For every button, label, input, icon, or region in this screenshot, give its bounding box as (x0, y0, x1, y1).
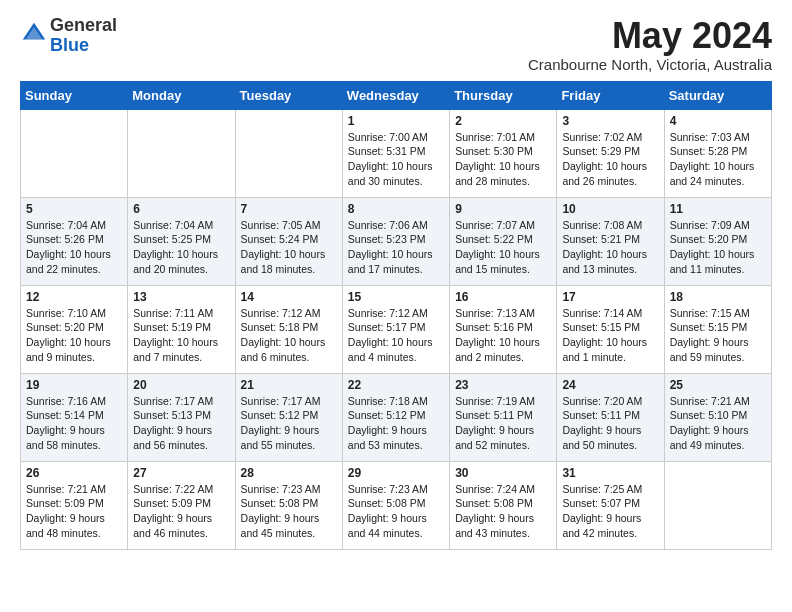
calendar-cell (235, 109, 342, 197)
day-info: Sunrise: 7:03 AMSunset: 5:28 PMDaylight:… (670, 130, 766, 189)
day-info: Sunrise: 7:18 AMSunset: 5:12 PMDaylight:… (348, 394, 444, 453)
calendar-cell: 18Sunrise: 7:15 AMSunset: 5:15 PMDayligh… (664, 285, 771, 373)
weekday-header-friday: Friday (557, 81, 664, 109)
day-info: Sunrise: 7:09 AMSunset: 5:20 PMDaylight:… (670, 218, 766, 277)
day-number: 22 (348, 378, 444, 392)
day-number: 28 (241, 466, 337, 480)
calendar-cell: 10Sunrise: 7:08 AMSunset: 5:21 PMDayligh… (557, 197, 664, 285)
day-info: Sunrise: 7:24 AMSunset: 5:08 PMDaylight:… (455, 482, 551, 541)
calendar-cell (128, 109, 235, 197)
calendar-cell: 30Sunrise: 7:24 AMSunset: 5:08 PMDayligh… (450, 461, 557, 549)
week-row-5: 26Sunrise: 7:21 AMSunset: 5:09 PMDayligh… (21, 461, 772, 549)
calendar-cell: 28Sunrise: 7:23 AMSunset: 5:08 PMDayligh… (235, 461, 342, 549)
day-info: Sunrise: 7:11 AMSunset: 5:19 PMDaylight:… (133, 306, 229, 365)
calendar-cell: 2Sunrise: 7:01 AMSunset: 5:30 PMDaylight… (450, 109, 557, 197)
day-info: Sunrise: 7:20 AMSunset: 5:11 PMDaylight:… (562, 394, 658, 453)
weekday-header-sunday: Sunday (21, 81, 128, 109)
calendar-cell: 24Sunrise: 7:20 AMSunset: 5:11 PMDayligh… (557, 373, 664, 461)
calendar-cell: 1Sunrise: 7:00 AMSunset: 5:31 PMDaylight… (342, 109, 449, 197)
day-info: Sunrise: 7:23 AMSunset: 5:08 PMDaylight:… (241, 482, 337, 541)
day-number: 26 (26, 466, 122, 480)
calendar-cell (21, 109, 128, 197)
day-number: 29 (348, 466, 444, 480)
day-number: 19 (26, 378, 122, 392)
calendar-cell: 14Sunrise: 7:12 AMSunset: 5:18 PMDayligh… (235, 285, 342, 373)
calendar-cell: 29Sunrise: 7:23 AMSunset: 5:08 PMDayligh… (342, 461, 449, 549)
day-number: 4 (670, 114, 766, 128)
calendar-cell: 22Sunrise: 7:18 AMSunset: 5:12 PMDayligh… (342, 373, 449, 461)
location-subtitle: Cranbourne North, Victoria, Australia (528, 56, 772, 73)
day-info: Sunrise: 7:04 AMSunset: 5:26 PMDaylight:… (26, 218, 122, 277)
calendar-cell: 21Sunrise: 7:17 AMSunset: 5:12 PMDayligh… (235, 373, 342, 461)
day-number: 2 (455, 114, 551, 128)
calendar-cell: 27Sunrise: 7:22 AMSunset: 5:09 PMDayligh… (128, 461, 235, 549)
day-number: 8 (348, 202, 444, 216)
day-number: 14 (241, 290, 337, 304)
day-info: Sunrise: 7:22 AMSunset: 5:09 PMDaylight:… (133, 482, 229, 541)
day-info: Sunrise: 7:10 AMSunset: 5:20 PMDaylight:… (26, 306, 122, 365)
day-number: 5 (26, 202, 122, 216)
day-number: 24 (562, 378, 658, 392)
calendar-cell: 23Sunrise: 7:19 AMSunset: 5:11 PMDayligh… (450, 373, 557, 461)
week-row-2: 5Sunrise: 7:04 AMSunset: 5:26 PMDaylight… (21, 197, 772, 285)
day-info: Sunrise: 7:01 AMSunset: 5:30 PMDaylight:… (455, 130, 551, 189)
day-number: 21 (241, 378, 337, 392)
day-number: 31 (562, 466, 658, 480)
weekday-header-saturday: Saturday (664, 81, 771, 109)
day-number: 23 (455, 378, 551, 392)
weekday-header-wednesday: Wednesday (342, 81, 449, 109)
calendar-cell: 11Sunrise: 7:09 AMSunset: 5:20 PMDayligh… (664, 197, 771, 285)
day-number: 10 (562, 202, 658, 216)
day-info: Sunrise: 7:12 AMSunset: 5:18 PMDaylight:… (241, 306, 337, 365)
day-info: Sunrise: 7:12 AMSunset: 5:17 PMDaylight:… (348, 306, 444, 365)
title-block: May 2024 Cranbourne North, Victoria, Aus… (528, 16, 772, 73)
day-number: 17 (562, 290, 658, 304)
day-number: 6 (133, 202, 229, 216)
day-info: Sunrise: 7:06 AMSunset: 5:23 PMDaylight:… (348, 218, 444, 277)
day-info: Sunrise: 7:07 AMSunset: 5:22 PMDaylight:… (455, 218, 551, 277)
calendar-cell: 12Sunrise: 7:10 AMSunset: 5:20 PMDayligh… (21, 285, 128, 373)
calendar-cell: 16Sunrise: 7:13 AMSunset: 5:16 PMDayligh… (450, 285, 557, 373)
calendar-cell: 6Sunrise: 7:04 AMSunset: 5:25 PMDaylight… (128, 197, 235, 285)
calendar-cell (664, 461, 771, 549)
day-number: 9 (455, 202, 551, 216)
day-number: 7 (241, 202, 337, 216)
calendar-cell: 8Sunrise: 7:06 AMSunset: 5:23 PMDaylight… (342, 197, 449, 285)
day-info: Sunrise: 7:17 AMSunset: 5:13 PMDaylight:… (133, 394, 229, 453)
day-number: 30 (455, 466, 551, 480)
calendar-cell: 19Sunrise: 7:16 AMSunset: 5:14 PMDayligh… (21, 373, 128, 461)
calendar-table: SundayMondayTuesdayWednesdayThursdayFrid… (20, 81, 772, 550)
week-row-3: 12Sunrise: 7:10 AMSunset: 5:20 PMDayligh… (21, 285, 772, 373)
day-info: Sunrise: 7:21 AMSunset: 5:09 PMDaylight:… (26, 482, 122, 541)
calendar-cell: 3Sunrise: 7:02 AMSunset: 5:29 PMDaylight… (557, 109, 664, 197)
calendar-cell: 9Sunrise: 7:07 AMSunset: 5:22 PMDaylight… (450, 197, 557, 285)
day-number: 3 (562, 114, 658, 128)
day-info: Sunrise: 7:05 AMSunset: 5:24 PMDaylight:… (241, 218, 337, 277)
weekday-header-row: SundayMondayTuesdayWednesdayThursdayFrid… (21, 81, 772, 109)
day-number: 25 (670, 378, 766, 392)
day-info: Sunrise: 7:14 AMSunset: 5:15 PMDaylight:… (562, 306, 658, 365)
weekday-header-tuesday: Tuesday (235, 81, 342, 109)
calendar-cell: 31Sunrise: 7:25 AMSunset: 5:07 PMDayligh… (557, 461, 664, 549)
calendar-cell: 17Sunrise: 7:14 AMSunset: 5:15 PMDayligh… (557, 285, 664, 373)
day-number: 15 (348, 290, 444, 304)
day-info: Sunrise: 7:02 AMSunset: 5:29 PMDaylight:… (562, 130, 658, 189)
day-number: 12 (26, 290, 122, 304)
calendar-cell: 13Sunrise: 7:11 AMSunset: 5:19 PMDayligh… (128, 285, 235, 373)
month-title: May 2024 (528, 16, 772, 56)
day-info: Sunrise: 7:15 AMSunset: 5:15 PMDaylight:… (670, 306, 766, 365)
logo: General Blue (20, 16, 117, 56)
week-row-1: 1Sunrise: 7:00 AMSunset: 5:31 PMDaylight… (21, 109, 772, 197)
day-info: Sunrise: 7:17 AMSunset: 5:12 PMDaylight:… (241, 394, 337, 453)
day-info: Sunrise: 7:00 AMSunset: 5:31 PMDaylight:… (348, 130, 444, 189)
page-header: General Blue May 2024 Cranbourne North, … (20, 16, 772, 73)
day-info: Sunrise: 7:25 AMSunset: 5:07 PMDaylight:… (562, 482, 658, 541)
day-info: Sunrise: 7:08 AMSunset: 5:21 PMDaylight:… (562, 218, 658, 277)
day-info: Sunrise: 7:04 AMSunset: 5:25 PMDaylight:… (133, 218, 229, 277)
day-info: Sunrise: 7:23 AMSunset: 5:08 PMDaylight:… (348, 482, 444, 541)
calendar-cell: 26Sunrise: 7:21 AMSunset: 5:09 PMDayligh… (21, 461, 128, 549)
day-number: 13 (133, 290, 229, 304)
logo-text: General Blue (50, 16, 117, 56)
calendar-cell: 20Sunrise: 7:17 AMSunset: 5:13 PMDayligh… (128, 373, 235, 461)
calendar-cell: 7Sunrise: 7:05 AMSunset: 5:24 PMDaylight… (235, 197, 342, 285)
